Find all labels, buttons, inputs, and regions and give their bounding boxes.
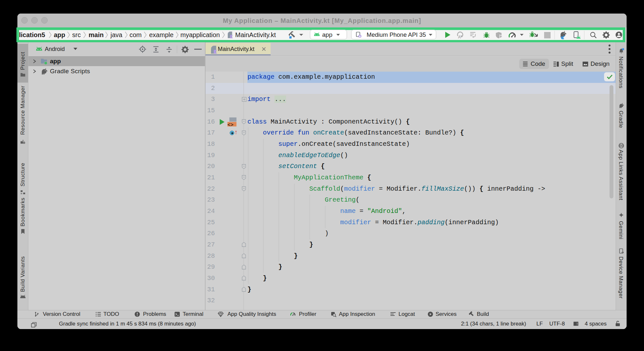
svg-text:A: A [458,35,461,39]
